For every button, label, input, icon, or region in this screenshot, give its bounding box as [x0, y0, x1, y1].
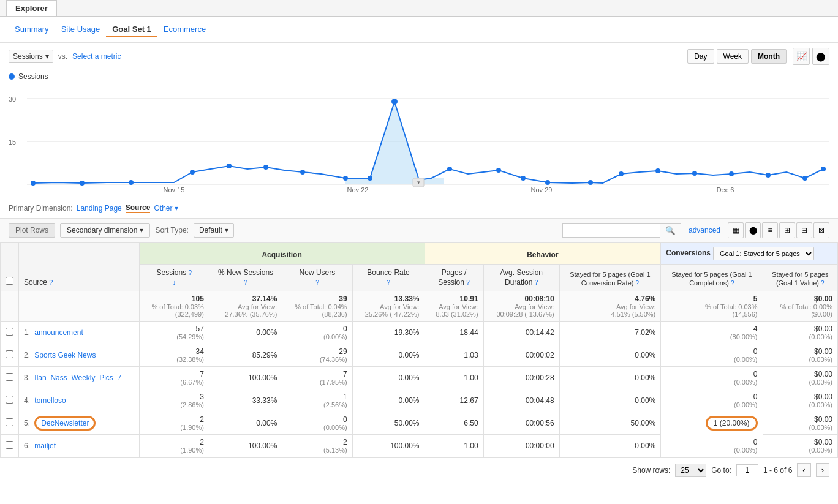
landing-page-dim[interactable]: Landing Page: [77, 204, 122, 213]
row3-checkbox-cell[interactable]: [1, 367, 19, 389]
search-box: 🔍: [562, 223, 681, 238]
row3-pages: 1.00: [425, 367, 483, 389]
plot-rows-button[interactable]: Plot Rows: [9, 223, 55, 238]
row6-goal-value: $0.00 (0.00%): [763, 435, 838, 457]
row6-source-link[interactable]: mailjet: [34, 442, 56, 450]
bounce-help-icon[interactable]: ?: [387, 279, 390, 286]
row1-source-cell[interactable]: 1. announcement: [19, 322, 140, 344]
row5-bounce: 50.00%: [352, 412, 425, 435]
row5-source-cell[interactable]: 5. DecNewsletter: [19, 412, 140, 435]
row4-number: 4.: [24, 396, 30, 405]
page-number-input[interactable]: [736, 464, 758, 476]
row2-checkbox-cell[interactable]: [1, 344, 19, 367]
sort-type-dropdown[interactable]: Default ▾: [194, 223, 234, 238]
goal-dropdown[interactable]: Goal 1: Stayed for 5 pages: [713, 247, 814, 260]
table-row: 6. mailjet 2 (1.90%) 100.00% 2 (5.13%) 1…: [1, 435, 838, 457]
row4-checkbox-cell[interactable]: [1, 389, 19, 412]
totals-goal-value: $0.00 % of Total: 0.00% ($0.00): [763, 291, 838, 322]
row2-completions: 0 (0.00%): [661, 344, 763, 367]
totals-label-cell: [19, 291, 140, 322]
tab-site-usage[interactable]: Site Usage: [55, 22, 107, 37]
row4-checkbox[interactable]: [6, 396, 13, 404]
pie-view-button[interactable]: ⬤: [745, 222, 761, 238]
row6-new-users: 2 (5.13%): [282, 435, 352, 457]
search-input[interactable]: [562, 223, 660, 238]
secondary-dim-label: Secondary dimension: [67, 226, 137, 235]
row3-source-cell[interactable]: 3. Ilan_Nass_Weekly_Pics_7: [19, 367, 140, 389]
row4-source-cell[interactable]: 4. tomelloso: [19, 389, 140, 412]
row5-goal-value: $0.00 (0.00%): [763, 412, 838, 435]
tab-summary[interactable]: Summary: [9, 22, 55, 37]
row5-checkbox[interactable]: [6, 418, 13, 426]
row1-checkbox[interactable]: [6, 328, 13, 336]
goal-value-help-icon[interactable]: ?: [821, 280, 825, 287]
table-view-button[interactable]: ▦: [728, 222, 744, 238]
totals-row: 105 % of Total: 0.03% (322,499) 37.14% A…: [1, 291, 838, 322]
pages-help-icon[interactable]: ?: [466, 279, 470, 286]
row2-source-cell[interactable]: 2. Sports Geek News: [19, 344, 140, 367]
svg-point-15: [263, 165, 268, 170]
row1-source-link[interactable]: announcement: [34, 328, 83, 337]
rows-per-page-select[interactable]: 25 50 100: [675, 464, 706, 477]
pages-session-col-header: Pages /Session ?: [425, 265, 483, 291]
select-all-checkbox[interactable]: [6, 277, 13, 285]
sessions-help-icon[interactable]: ?: [188, 269, 192, 276]
sessions-sort-icon[interactable]: ↓: [173, 279, 176, 286]
source-help-icon[interactable]: ?: [49, 279, 53, 286]
acquisition-group-header: Acquisition: [139, 243, 425, 265]
row6-checkbox-cell[interactable]: [1, 435, 19, 457]
week-button[interactable]: Week: [717, 49, 749, 64]
row2-checkbox[interactable]: [6, 350, 13, 358]
svg-point-17: [343, 176, 348, 181]
row2-pages: 1.03: [425, 344, 483, 367]
new-users-help-icon[interactable]: ?: [315, 279, 319, 286]
row4-duration: 00:04:48: [483, 389, 559, 412]
svg-text:▾: ▾: [417, 179, 420, 186]
row4-source-link[interactable]: tomelloso: [34, 396, 66, 405]
line-chart-icon[interactable]: 📈: [793, 48, 810, 65]
other-dim[interactable]: Other ▾: [154, 204, 178, 213]
comparison-view-button[interactable]: ≡: [762, 222, 778, 238]
select-all-checkbox-header[interactable]: [1, 243, 19, 291]
completions-help-icon[interactable]: ?: [731, 280, 734, 287]
pct-new-help-icon[interactable]: ?: [244, 279, 247, 286]
prev-page-button[interactable]: ‹: [797, 463, 810, 477]
row3-source-link[interactable]: Ilan_Nass_Weekly_Pics_7: [34, 374, 121, 382]
row5-checkbox-cell[interactable]: [1, 412, 19, 435]
row3-checkbox[interactable]: [6, 373, 13, 381]
primary-dimension-bar: Primary Dimension: Landing Page Source O…: [0, 198, 838, 218]
pie-chart-icon[interactable]: ⬤: [812, 48, 829, 65]
row1-pct-new: 0.00%: [209, 322, 282, 344]
select-metric-link[interactable]: Select a metric: [72, 52, 121, 61]
table-row: 3. Ilan_Nass_Weekly_Pics_7 7 (6.67%) 100…: [1, 367, 838, 389]
row5-pct-new: 0.00%: [209, 412, 282, 435]
secondary-dimension-dropdown[interactable]: Secondary dimension ▾: [60, 223, 150, 238]
search-button[interactable]: 🔍: [660, 223, 681, 238]
row5-source-link[interactable]: DecNewsletter: [34, 416, 96, 431]
day-button[interactable]: Day: [687, 49, 714, 64]
tab-ecommerce[interactable]: Ecommerce: [157, 22, 212, 37]
tab-goal-set[interactable]: Goal Set 1: [106, 22, 157, 37]
explorer-tab[interactable]: Explorer: [6, 0, 57, 16]
svg-text:15: 15: [9, 138, 16, 146]
advanced-link[interactable]: advanced: [689, 226, 720, 235]
row6-checkbox[interactable]: [6, 441, 13, 449]
month-button[interactable]: Month: [751, 49, 787, 64]
scorecard-view-button[interactable]: ⊠: [813, 222, 829, 238]
source-dim[interactable]: Source: [126, 203, 151, 213]
duration-help-icon[interactable]: ?: [535, 279, 538, 286]
conv-rate-help-icon[interactable]: ?: [636, 280, 640, 287]
term-cloud-button[interactable]: ⊟: [796, 222, 812, 238]
row4-goal-value: $0.00 (0.00%): [763, 389, 838, 412]
metric-dropdown[interactable]: Sessions ▾: [9, 50, 53, 63]
svg-point-19: [391, 99, 398, 105]
behavior-group-header: Behavior: [425, 243, 661, 265]
next-page-button[interactable]: ›: [816, 463, 829, 477]
row3-number: 3.: [24, 374, 30, 382]
row2-source-link[interactable]: Sports Geek News: [34, 351, 96, 359]
row1-checkbox-cell[interactable]: [1, 322, 19, 344]
view-mode-buttons: ▦ ⬤ ≡ ⊞ ⊟ ⊠: [728, 222, 829, 238]
row6-source-cell[interactable]: 6. mailjet: [19, 435, 140, 457]
svg-point-13: [190, 170, 195, 175]
pivot-view-button[interactable]: ⊞: [779, 222, 795, 238]
